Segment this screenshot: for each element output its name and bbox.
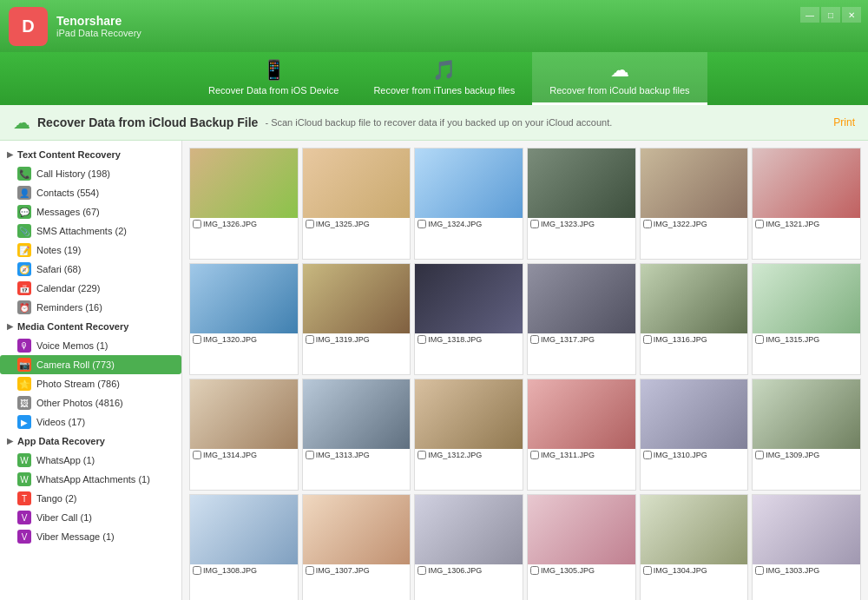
sidebar-item-sms-attachments[interactable]: 📎 SMS Attachments (2) xyxy=(0,221,181,241)
photo-checkbox[interactable] xyxy=(193,451,201,459)
print-link[interactable]: Print xyxy=(833,116,855,129)
sidebar-item-calendar[interactable]: 📅 Calendar (229) xyxy=(0,279,181,298)
photo-checkbox[interactable] xyxy=(193,220,201,228)
whatsapp-icon: W xyxy=(17,453,31,467)
section-app-data[interactable]: ▶ App Data Recovery xyxy=(0,432,181,451)
maximize-button[interactable]: □ xyxy=(821,7,840,23)
photo-filename: IMG_1323.JPG xyxy=(541,220,595,228)
photo-item[interactable]: IMG_1306.JPG xyxy=(414,494,523,600)
photo-item[interactable]: IMG_1313.JPG xyxy=(302,379,411,491)
content-area: IMG_1326.JPGIMG_1325.JPGIMG_1324.JPGIMG_… xyxy=(182,141,868,600)
minimize-button[interactable]: — xyxy=(800,7,819,23)
photo-item[interactable]: IMG_1323.JPG xyxy=(527,148,636,260)
sidebar-item-whatsapp[interactable]: W WhatsApp (1) xyxy=(0,451,181,470)
photo-item[interactable]: IMG_1314.JPG xyxy=(189,379,299,491)
photo-checkbox[interactable] xyxy=(755,451,764,459)
title-bar: D Tenorshare iPad Data Recovery — □ ✕ xyxy=(0,0,868,52)
photo-checkbox[interactable] xyxy=(306,566,314,575)
photo-checkbox[interactable] xyxy=(755,220,764,228)
photo-item[interactable]: IMG_1303.JPG xyxy=(752,494,861,600)
photo-checkbox[interactable] xyxy=(418,220,426,228)
photo-checkbox[interactable] xyxy=(530,451,539,459)
photo-item[interactable]: IMG_1320.JPG xyxy=(189,263,299,375)
app-title-block: Tenorshare iPad Data Recovery xyxy=(56,14,141,38)
viber-call-label: Viber Call (1) xyxy=(36,512,92,523)
photostream-label: Photo Stream (786) xyxy=(36,379,120,389)
close-button[interactable]: ✕ xyxy=(842,7,861,23)
photo-item[interactable]: IMG_1322.JPG xyxy=(640,148,749,260)
sidebar-item-call-history[interactable]: 📞 Call History (198) xyxy=(0,164,181,183)
photo-checkbox[interactable] xyxy=(193,335,201,344)
sidebar-item-notes[interactable]: 📝 Notes (19) xyxy=(0,241,181,260)
photo-item[interactable]: IMG_1304.JPG xyxy=(640,494,749,600)
photo-checkbox[interactable] xyxy=(755,335,764,344)
sidebar-item-safari[interactable]: 🧭 Safari (68) xyxy=(0,260,181,279)
photo-checkbox[interactable] xyxy=(530,220,539,228)
sidebar-item-contacts[interactable]: 👤 Contacts (554) xyxy=(0,183,181,202)
sidebar-item-reminders[interactable]: ⏰ Reminders (16) xyxy=(0,298,181,317)
photo-item[interactable]: IMG_1312.JPG xyxy=(414,379,523,491)
app-subtitle: iPad Data Recovery xyxy=(56,28,141,38)
photo-checkbox[interactable] xyxy=(306,451,314,459)
photo-checkbox[interactable] xyxy=(306,220,314,228)
photo-filename: IMG_1309.JPG xyxy=(766,451,819,459)
photo-checkbox[interactable] xyxy=(530,335,539,344)
tab-itunes[interactable]: 🎵 Recover from iTunes backup files xyxy=(356,52,532,105)
photo-checkbox[interactable] xyxy=(418,566,426,575)
photo-item[interactable]: IMG_1326.JPG xyxy=(189,148,299,260)
photo-item[interactable]: IMG_1307.JPG xyxy=(302,494,411,600)
sidebar-item-other-photos[interactable]: 🖼 Other Photos (4816) xyxy=(0,393,181,412)
photo-item[interactable]: IMG_1321.JPG xyxy=(752,148,861,260)
sidebar-item-camera-roll[interactable]: 📷 Camera Roll (773) xyxy=(0,355,181,374)
tab-ios[interactable]: 📱 Recover Data from iOS Device xyxy=(191,52,356,105)
section-media-label: Media Content Recovery xyxy=(17,321,128,332)
photo-item[interactable]: IMG_1324.JPG xyxy=(414,148,523,260)
photo-item[interactable]: IMG_1319.JPG xyxy=(302,263,411,375)
photo-item[interactable]: IMG_1317.JPG xyxy=(527,263,636,375)
sidebar-item-messages[interactable]: 💬 Messages (67) xyxy=(0,202,181,221)
photo-item[interactable]: IMG_1311.JPG xyxy=(527,379,636,491)
photo-item[interactable]: IMG_1325.JPG xyxy=(302,148,411,260)
tab-icloud[interactable]: ☁ Recover from iCould backup files xyxy=(532,52,707,105)
photo-checkbox[interactable] xyxy=(418,451,426,459)
section-app-label: App Data Recovery xyxy=(17,436,105,446)
photo-filename: IMG_1308.JPG xyxy=(203,566,257,575)
reminders-label: Reminders (16) xyxy=(36,302,102,313)
photo-checkbox[interactable] xyxy=(755,566,764,575)
photo-item[interactable]: IMG_1318.JPG xyxy=(414,263,523,375)
photo-filename: IMG_1303.JPG xyxy=(766,566,819,575)
calendar-label: Calendar (229) xyxy=(36,283,100,293)
photo-checkbox[interactable] xyxy=(643,220,652,228)
photo-checkbox[interactable] xyxy=(418,335,426,344)
photo-filename: IMG_1304.JPG xyxy=(654,566,707,575)
photo-checkbox[interactable] xyxy=(643,335,652,344)
arrow-icon: ▶ xyxy=(7,437,13,445)
photo-checkbox[interactable] xyxy=(306,335,314,344)
section-text-content[interactable]: ▶ Text Content Recovery xyxy=(0,145,181,164)
photo-checkbox[interactable] xyxy=(643,566,652,575)
photo-filename: IMG_1326.JPG xyxy=(203,220,257,228)
photo-item[interactable]: IMG_1308.JPG xyxy=(189,494,299,600)
photo-item[interactable]: IMG_1316.JPG xyxy=(640,263,749,375)
photo-item[interactable]: IMG_1305.JPG xyxy=(527,494,636,600)
sidebar-item-videos[interactable]: ▶ Videos (17) xyxy=(0,412,181,432)
sidebar-item-whatsapp-attachments[interactable]: W WhatsApp Attachments (1) xyxy=(0,470,181,489)
photo-checkbox[interactable] xyxy=(193,566,201,575)
photo-filename: IMG_1306.JPG xyxy=(428,566,482,575)
sidebar-item-photo-stream[interactable]: 🌟 Photo Stream (786) xyxy=(0,374,181,393)
photo-checkbox[interactable] xyxy=(530,566,539,575)
photo-item[interactable]: IMG_1310.JPG xyxy=(640,379,749,491)
sidebar-item-viber-message[interactable]: V Viber Message (1) xyxy=(0,527,181,546)
photo-checkbox[interactable] xyxy=(643,451,652,459)
camera-label: Camera Roll (773) xyxy=(36,359,115,370)
section-media-content[interactable]: ▶ Media Content Recovery xyxy=(0,317,181,336)
photo-filename: IMG_1313.JPG xyxy=(316,451,370,459)
sidebar-item-viber-call[interactable]: V Viber Call (1) xyxy=(0,508,181,527)
cloud-icon: ☁ xyxy=(610,59,629,82)
photo-item[interactable]: IMG_1309.JPG xyxy=(752,379,861,491)
sidebar-item-tango[interactable]: T Tango (2) xyxy=(0,489,181,508)
photo-item[interactable]: IMG_1315.JPG xyxy=(752,263,861,375)
sidebar: ▶ Text Content Recovery 📞 Call History (… xyxy=(0,141,182,600)
sidebar-item-voice-memos[interactable]: 🎙 Voice Memos (1) xyxy=(0,336,181,355)
sms-icon: 📎 xyxy=(17,224,31,238)
